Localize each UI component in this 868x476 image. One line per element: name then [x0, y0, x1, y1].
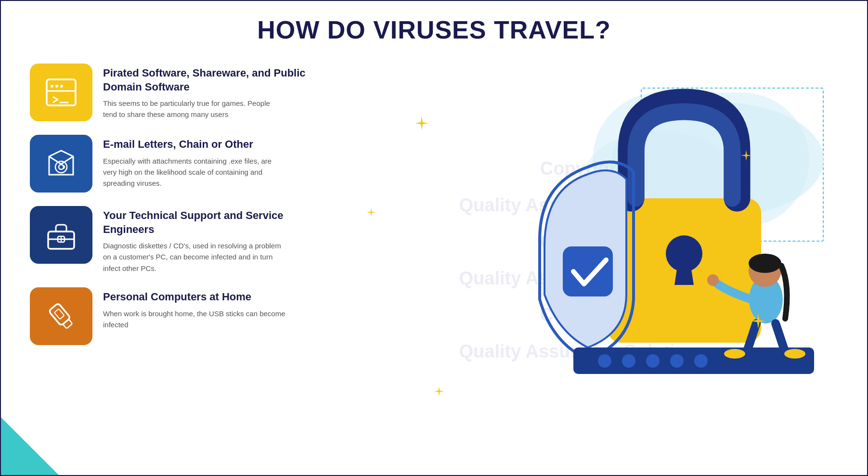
pirated-software-title: Pirated Software, Shareware, and Public … [103, 66, 328, 94]
sparkle-icon [367, 208, 376, 219]
right-panel: CopyrightQuality Assurance SolutionsCopy… [328, 64, 838, 456]
email-desc: Especially with attachments containing .… [103, 155, 286, 189]
svg-point-1 [51, 85, 53, 88]
briefcase-icon [44, 218, 78, 252]
sparkle-icon [434, 386, 444, 398]
email-title: E-mail Letters, Chain or Other [103, 138, 286, 152]
svg-point-23 [646, 354, 660, 368]
sparkle-icon [751, 313, 766, 331]
sparkle-icon [741, 150, 751, 163]
tech-support-icon-box [30, 206, 92, 264]
svg-rect-12 [49, 303, 71, 325]
sparkle-icon [415, 116, 428, 132]
svg-point-31 [784, 349, 805, 359]
usb-icon [44, 299, 78, 333]
svg-point-21 [598, 354, 611, 368]
svg-rect-19 [563, 246, 613, 296]
personal-computers-title: Personal Computers at Home [103, 290, 286, 304]
content-area: Pirated Software, Shareware, and Public … [30, 64, 838, 456]
page-title: HOW DO VIRUSES TRAVEL? [30, 15, 838, 44]
personal-computers-desc: When work is brought home, the USB stick… [103, 308, 286, 331]
list-item: E-mail Letters, Chain or Other Especiall… [30, 135, 328, 193]
list-item: Pirated Software, Shareware, and Public … [30, 64, 328, 121]
svg-point-30 [724, 349, 745, 359]
security-illustration [477, 64, 838, 400]
svg-point-3 [60, 85, 63, 88]
main-container: HOW DO VIRUSES TRAVEL? [0, 0, 868, 476]
svg-point-22 [622, 354, 635, 368]
svg-point-28 [749, 254, 781, 273]
email-text: E-mail Letters, Chain or Other Especiall… [103, 135, 286, 189]
email-icon-box [30, 135, 92, 193]
left-panel: Pirated Software, Shareware, and Public … [30, 64, 328, 456]
svg-point-2 [55, 85, 58, 88]
tech-support-desc: Diagnostic diskettes / CD's, used in res… [103, 240, 286, 274]
svg-rect-0 [47, 79, 76, 105]
svg-point-29 [707, 274, 719, 286]
usb-icon-box [30, 287, 92, 345]
tech-support-title: Your Technical Support and Service Engin… [103, 209, 328, 236]
personal-computers-text: Personal Computers at Home When work is … [103, 287, 286, 330]
list-item: Personal Computers at Home When work is … [30, 287, 328, 345]
svg-rect-14 [54, 309, 65, 320]
terminal-icon [44, 76, 78, 109]
pirated-software-desc: This seems to be particularly true for g… [103, 98, 286, 120]
tech-support-text: Your Technical Support and Service Engin… [103, 206, 328, 274]
pirated-software-icon-box [30, 64, 92, 121]
list-item: Your Technical Support and Service Engin… [30, 206, 328, 274]
svg-point-6 [55, 161, 67, 173]
svg-point-25 [694, 354, 708, 368]
pirated-software-text: Pirated Software, Shareware, and Public … [103, 64, 328, 120]
email-icon [44, 147, 78, 180]
svg-point-24 [670, 354, 684, 368]
svg-point-7 [59, 165, 64, 169]
